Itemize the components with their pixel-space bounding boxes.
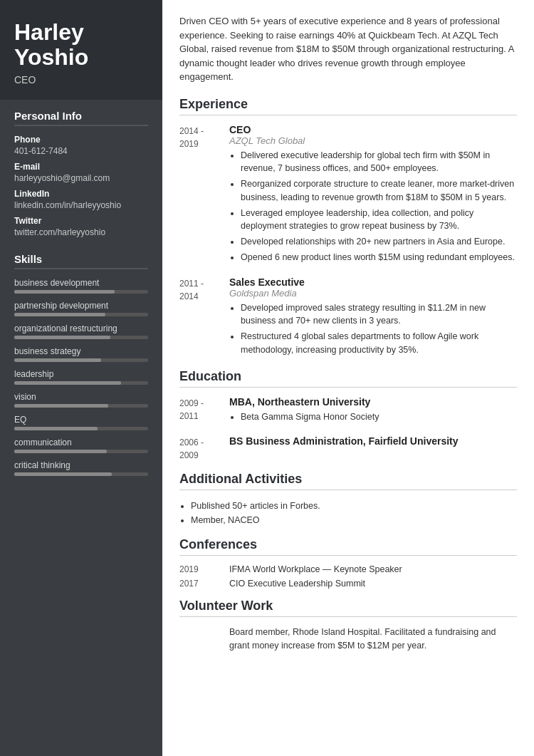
skill-bar-bg [14,358,148,362]
skill-bar-bg [14,313,148,316]
skill-item: partnership development [14,301,148,316]
education-list: 2009 -2011 MBA, Northeastern University … [179,396,517,462]
candidate-name: Harley Yoshio [14,20,148,70]
skill-name: leadership [14,369,148,379]
bullet-item: Developed improved sales strategy result… [241,301,517,328]
education-heading: Education [179,369,517,388]
activity-item: Member, NACEO [191,513,517,527]
skill-item: vision [14,392,148,408]
education-section: Education 2009 -2011 MBA, Northeastern U… [179,369,517,462]
skill-bar-bg [14,450,148,453]
skill-bar-fill [14,381,121,385]
linkedin-value: linkedin.com/in/harleyyoshio [14,200,148,210]
edu-content: BS Business Administration, Fairfield Un… [229,435,517,462]
experience-section: Experience 2014 -2019 CEO AZQL Tech Glob… [179,97,517,359]
skill-bar-bg [14,381,148,385]
skill-item: leadership [14,369,148,385]
conferences-heading: Conferences [179,537,517,556]
personal-info-heading: Personal Info [14,110,148,126]
entry-content: CEO AZQL Tech Global Delivered executive… [229,124,517,266]
summary-text: Driven CEO with 5+ years of executive ex… [179,14,517,84]
skill-name: business development [14,278,148,288]
skill-name: business strategy [14,346,148,356]
entry-company: AZQL Tech Global [229,135,517,146]
edu-degree: BS Business Administration, Fairfield Un… [229,435,517,447]
phone-value: 401-612-7484 [14,146,148,156]
entry-company: Goldspan Media [229,288,517,299]
skill-bar-bg [14,290,148,294]
sidebar: Harley Yoshio CEO Personal Info Phone 40… [0,0,162,756]
bullet-item: Leveraged employee leadership, idea coll… [241,207,517,234]
volunteer-heading: Volunteer Work [179,599,517,617]
edu-items: Beta Gamma Sigma Honor Society [229,410,517,424]
phone-label: Phone [14,135,148,145]
edu-dates: 2009 -2011 [179,396,229,426]
bullet-item: Reorganized corporate structure to creat… [241,177,517,204]
conf-text: IFMA World Workplace — Keynote Speaker [229,564,402,574]
volunteer-text: Board member, Rhode Island Hospital. Fac… [229,626,517,653]
edu-bullet: Beta Gamma Sigma Honor Society [241,410,517,424]
edu-dates: 2006 -2009 [179,435,229,462]
entry-role: CEO [229,124,517,135]
email-value: harleyyoshio@gmail.com [14,173,148,183]
skills-list: business development partnership develop… [14,278,148,476]
conference-row: 2017 CIO Executive Leadership Summit [179,579,517,589]
activities-list: Published 50+ articles in Forbes.Member,… [179,499,517,527]
skill-bar-fill [14,313,105,316]
personal-info-section: Personal Info Phone 401-612-7484 E-mail … [0,100,162,243]
skill-bar-fill [14,290,115,294]
skill-item: communication [14,437,148,453]
skill-name: organizational restructuring [14,323,148,333]
skill-item: critical thinking [14,460,148,476]
entry-dates: 2011 -2014 [179,276,229,359]
sidebar-header: Harley Yoshio CEO [0,0,162,100]
volunteer-section: Volunteer Work Board member, Rhode Islan… [179,599,517,653]
resume-container: Harley Yoshio CEO Personal Info Phone 40… [0,0,534,756]
education-entry: 2006 -2009 BS Business Administration, F… [179,435,517,462]
name-line1: Harley [14,19,84,45]
skill-name: communication [14,437,148,447]
skill-bar-fill [14,336,110,339]
entry-bullets: Delivered executive leadership for globa… [229,149,517,264]
skill-bar-fill [14,427,98,430]
activities-heading: Additional Activities [179,472,517,490]
candidate-title: CEO [14,74,148,86]
entry-content: Sales Executive Goldspan Media Developed… [229,276,517,359]
skill-item: business strategy [14,346,148,362]
bullet-item: Opened 6 new product lines worth $15M us… [241,251,517,264]
conferences-section: Conferences 2019 IFMA World Workplace — … [179,537,517,589]
bullet-item: Restructured 4 global sales departments … [241,330,517,357]
skill-bar-bg [14,336,148,339]
main-content: Driven CEO with 5+ years of executive ex… [162,0,534,756]
bullet-item: Delivered executive leadership for globa… [241,149,517,176]
entry-dates: 2014 -2019 [179,124,229,266]
conference-row: 2019 IFMA World Workplace — Keynote Spea… [179,564,517,574]
skill-bar-bg [14,404,148,408]
skills-section: Skills business development partnership … [0,243,162,489]
skill-bar-fill [14,450,107,453]
email-label: E-mail [14,162,148,172]
skill-name: partnership development [14,301,148,311]
skill-bar-fill [14,358,101,362]
twitter-label: Twitter [14,216,148,226]
edu-degree: MBA, Northeastern University [229,396,517,408]
linkedin-label: LinkedIn [14,189,148,199]
experience-entry: 2011 -2014 Sales Executive Goldspan Medi… [179,276,517,359]
conf-year: 2017 [179,579,229,589]
skill-item: organizational restructuring [14,323,148,339]
skill-bar-bg [14,472,148,476]
conf-year: 2019 [179,564,229,574]
skill-item: EQ [14,415,148,430]
skill-bar-fill [14,472,112,476]
entry-role: Sales Executive [229,276,517,288]
education-entry: 2009 -2011 MBA, Northeastern University … [179,396,517,426]
bullet-item: Developed relationships with 20+ new par… [241,235,517,249]
skill-bar-fill [14,404,108,408]
skill-name: vision [14,392,148,402]
twitter-value: twitter.com/harleyyoshio [14,227,148,237]
conferences-list: 2019 IFMA World Workplace — Keynote Spea… [179,564,517,589]
skill-bar-bg [14,427,148,430]
activities-section: Additional Activities Published 50+ arti… [179,472,517,527]
experience-heading: Experience [179,97,517,115]
skill-name: critical thinking [14,460,148,470]
